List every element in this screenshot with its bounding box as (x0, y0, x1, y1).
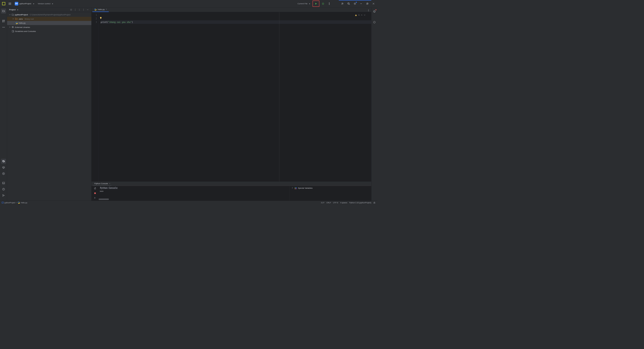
svg-point-29 (368, 11, 369, 11)
vcs-tool-button[interactable] (1, 193, 6, 198)
bottom-tool-tabs: Python Console × (91, 181, 371, 186)
hamburger-icon[interactable] (7, 1, 12, 6)
code-with-me-icon[interactable] (340, 1, 345, 6)
python-console-tool-button[interactable] (1, 159, 6, 164)
editor-tab-label: Hello.py (98, 8, 105, 11)
settings-icon[interactable] (352, 1, 358, 6)
chevron-right-icon: › (16, 202, 17, 204)
stop-icon[interactable] (93, 191, 97, 195)
code-area[interactable]: print("sheng cai you shu") 1 (99, 12, 371, 181)
readonly-lock-icon[interactable] (373, 202, 375, 204)
file-encoding[interactable]: UTF-8 (333, 202, 338, 204)
structure-tool-button[interactable] (1, 19, 6, 24)
more-run-icon[interactable] (327, 1, 332, 6)
chevron-up-icon[interactable] (361, 14, 363, 16)
right-tool-strip (371, 7, 377, 201)
expand-all-icon[interactable] (74, 8, 77, 11)
line-separator[interactable]: CRLF (326, 202, 331, 204)
minimize-button[interactable] (359, 1, 364, 6)
python-packages-tool-button[interactable] (1, 165, 6, 170)
version-control-menu[interactable]: Version control (37, 2, 54, 5)
variables-label: Special Variables (298, 187, 312, 189)
indent-setting[interactable]: 4 spaces (340, 202, 347, 204)
ai-assistant-icon[interactable] (372, 20, 377, 25)
problems-tool-button[interactable] (1, 187, 6, 192)
project-selector[interactable]: PP pythonProject (14, 1, 35, 6)
editor-area: Hello.py × 1 2 3 print("sheng cai you sh… (91, 7, 371, 201)
editor-tab-hello[interactable]: Hello.py × (92, 7, 109, 12)
console-prompt: >>> (100, 190, 288, 193)
run-button-highlight (313, 1, 319, 7)
close-tab-icon[interactable]: × (106, 8, 107, 11)
module-icon (2, 202, 4, 204)
tree-scratches[interactable]: Scratches and Consoles (7, 29, 91, 33)
tree-external-libraries[interactable]: External Libraries (7, 25, 91, 29)
inspections-widget[interactable]: 1 (355, 13, 365, 17)
rerun-icon[interactable] (93, 187, 97, 190)
chevron-down-icon[interactable] (364, 14, 365, 16)
tool-options-icon[interactable] (82, 8, 85, 11)
tree-project-root[interactable]: pythonProject C:\Users\Admin\PycharmProj… (7, 13, 91, 17)
svg-rect-36 (2, 202, 4, 203)
editor-tab-options-icon[interactable] (367, 9, 370, 12)
close-button[interactable] (371, 1, 376, 6)
python-console-panel: Python Console >>> Special Variables (91, 186, 371, 201)
svg-point-28 (368, 10, 369, 11)
console-banner: Python Console (100, 187, 118, 189)
titlebar: PP pythonProject Version control Current… (0, 0, 377, 7)
svg-point-25 (83, 10, 84, 11)
run-button[interactable] (313, 1, 318, 6)
target-icon[interactable] (70, 8, 73, 11)
tree-file-hello[interactable]: Hello.py (7, 21, 91, 25)
project-name: pythonProject (19, 3, 31, 5)
hide-tool-icon[interactable] (86, 8, 89, 11)
console-variables[interactable]: Special Variables (289, 186, 371, 201)
app-menu-icon[interactable] (1, 1, 6, 6)
folder-icon (15, 18, 17, 20)
status-bar: pythonProject › Hello.py 3:27 CRLF UTF-8… (0, 201, 377, 204)
svg-point-1 (329, 3, 330, 3)
chevron-down-icon (308, 3, 310, 5)
run-config-selector[interactable]: Current File (296, 2, 311, 5)
collapse-all-icon[interactable] (78, 8, 81, 11)
chevron-right-icon[interactable] (292, 187, 293, 189)
chevron-down-icon[interactable] (17, 9, 18, 11)
close-tab-icon[interactable]: × (109, 182, 110, 185)
tab-python-console[interactable]: Python Console × (93, 181, 111, 186)
restore-button[interactable] (365, 1, 370, 6)
crumb-file: Hello.py (21, 202, 27, 204)
project-badge: PP (15, 2, 18, 5)
editor-body[interactable]: 1 2 3 print("sheng cai you shu") 1 (91, 12, 371, 181)
scrollbar-thumb[interactable] (99, 199, 109, 200)
notifications-icon[interactable] (372, 9, 377, 14)
chevron-down-icon (51, 3, 53, 5)
project-tool-button[interactable] (1, 9, 6, 14)
tree-venv-folder[interactable]: .venv library root (7, 17, 91, 21)
svg-rect-33 (296, 187, 297, 188)
variables-icon (294, 187, 297, 189)
svg-rect-35 (296, 188, 297, 189)
svg-rect-37 (374, 202, 375, 203)
tree-venv-note: library root (25, 18, 34, 20)
project-tree[interactable]: pythonProject C:\Users\Admin\PycharmProj… (7, 12, 91, 34)
project-toolwindow-title[interactable]: Project (9, 9, 16, 11)
interpreter[interactable]: Python 3.10 (pythonProject) (349, 202, 371, 204)
gutter-line: 3 (91, 20, 97, 24)
console-prompt-icon[interactable] (93, 196, 97, 200)
breadcrumb[interactable]: pythonProject › Hello.py (2, 201, 27, 204)
intention-bulb-icon[interactable] (100, 17, 102, 19)
settings-badge-icon (356, 2, 357, 3)
more-tools-button[interactable] (1, 25, 6, 30)
terminal-tool-button[interactable] (1, 180, 6, 185)
editor-gutter: 1 2 3 (91, 12, 99, 181)
caret-position[interactable]: 3:27 (321, 202, 325, 204)
svg-point-14 (4, 27, 5, 27)
console-text[interactable]: Python Console >>> (99, 186, 289, 201)
svg-point-20 (4, 195, 4, 196)
console-output: Python Console >>> Special Variables (99, 186, 371, 201)
horizontal-scrollbar[interactable] (99, 199, 289, 200)
debug-button[interactable] (320, 1, 326, 6)
services-tool-button[interactable] (1, 171, 6, 176)
library-icon (12, 26, 14, 28)
search-icon[interactable] (346, 1, 351, 6)
